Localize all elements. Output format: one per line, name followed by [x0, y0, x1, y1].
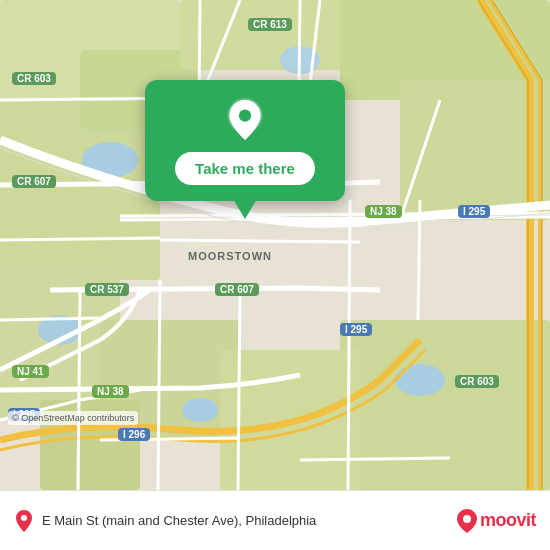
- location-pin-icon: [223, 98, 267, 142]
- road-badge-cr537: CR 537: [85, 283, 129, 296]
- moovit-logo: moovit: [456, 508, 536, 534]
- svg-point-14: [182, 398, 218, 422]
- moovit-pin-icon: [456, 508, 478, 534]
- road-badge-i295-ne: I 295: [458, 205, 490, 218]
- osm-attribution: © OpenStreetMap contributors: [8, 411, 138, 425]
- road-badge-cr603-se: CR 603: [455, 375, 499, 388]
- road-badge-nj38-e: NJ 38: [365, 205, 402, 218]
- take-me-there-button[interactable]: Take me there: [175, 152, 315, 185]
- town-label-moorstown: MOORSTOWN: [188, 250, 272, 262]
- bottom-location-icon: [14, 509, 34, 533]
- popup-card: Take me there: [145, 80, 345, 201]
- road-badge-i296: I 296: [118, 428, 150, 441]
- svg-rect-9: [340, 320, 550, 490]
- road-badge-i295-s: I 295: [340, 323, 372, 336]
- road-badge-cr607-c: CR 607: [215, 283, 259, 296]
- road-badge-cr607-w: CR 607: [12, 175, 56, 188]
- bottom-bar: E Main St (main and Chester Ave), Philad…: [0, 490, 550, 550]
- svg-point-20: [463, 515, 471, 523]
- bottom-location-text: E Main St (main and Chester Ave), Philad…: [42, 513, 456, 528]
- moovit-wordmark: moovit: [480, 510, 536, 531]
- road-badge-cr603-nw: CR 603: [12, 72, 56, 85]
- map-container: CR 613 CR 603 CR 607 NJ 38 I 295 CR 537 …: [0, 0, 550, 490]
- svg-point-19: [21, 515, 27, 521]
- svg-point-18: [239, 109, 251, 121]
- road-badge-nj41: NJ 41: [12, 365, 49, 378]
- road-badge-nj38-w: NJ 38: [92, 385, 129, 398]
- svg-point-15: [395, 364, 445, 396]
- road-badge-cr613: CR 613: [248, 18, 292, 31]
